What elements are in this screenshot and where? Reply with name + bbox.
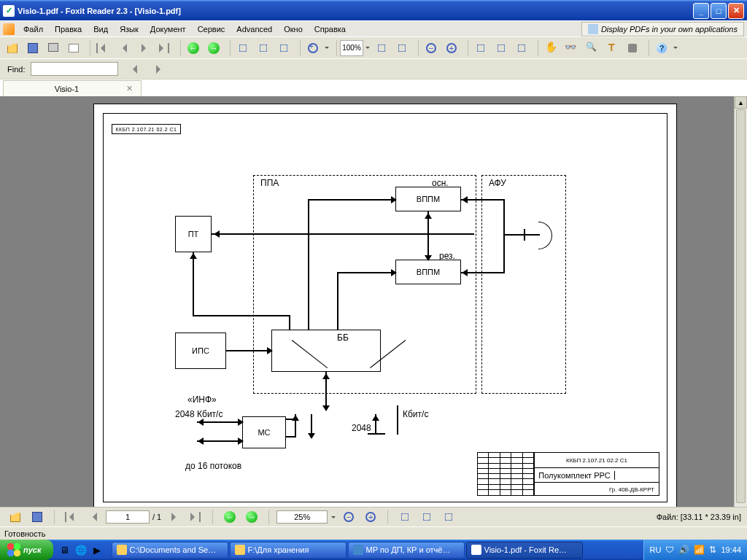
layout3-button[interactable] — [274, 39, 293, 58]
nav-open-button[interactable] — [6, 508, 25, 526]
maximize-button[interactable]: □ — [711, 3, 727, 19]
ql-ie-icon[interactable]: 🌐 — [74, 542, 88, 558]
line — [289, 315, 290, 330]
help-button[interactable] — [652, 39, 671, 58]
line — [503, 199, 505, 273]
zoom-dd[interactable] — [330, 514, 336, 521]
title-block: ККБП 2.107.21 02.2 С1 Полукомплект РРС Г… — [534, 452, 659, 496]
find-next-button[interactable] — [149, 60, 168, 79]
zoom-out-circ-button[interactable] — [422, 39, 441, 58]
fit-page-button[interactable] — [392, 39, 411, 58]
vertical-scrollbar[interactable]: ▲ ▼ — [734, 96, 747, 526]
glasses-button[interactable] — [562, 39, 581, 58]
vppm1-box: ВППМ — [395, 187, 461, 211]
nav-next-button[interactable] — [164, 508, 183, 526]
scroll-up-button[interactable]: ▲ — [735, 96, 747, 109]
nav-view3-button[interactable] — [439, 508, 458, 526]
menu-edit[interactable]: Правка — [49, 23, 88, 35]
menu-window[interactable]: Окно — [278, 23, 309, 35]
nav-save-button[interactable] — [28, 508, 47, 526]
view2-button[interactable] — [492, 39, 511, 58]
layout1-button[interactable] — [233, 39, 252, 58]
zoom-in-dd[interactable] — [324, 44, 330, 51]
find-prev-button[interactable] — [124, 60, 143, 79]
save-button[interactable] — [23, 39, 42, 58]
open-button[interactable] — [3, 39, 22, 58]
tray-network-icon[interactable]: 📶 — [694, 545, 705, 555]
select-text-button[interactable] — [603, 39, 622, 58]
ql-player-icon[interactable]: ▶ — [90, 542, 104, 558]
tray-usb-icon[interactable]: ⇅ — [709, 545, 716, 555]
nav-view2-button[interactable] — [417, 508, 436, 526]
task-explorer2[interactable]: F:\Для хранения — [230, 542, 347, 559]
mail-button[interactable] — [64, 39, 83, 58]
layout2-button[interactable] — [254, 39, 273, 58]
nav-back-button[interactable] — [220, 508, 239, 526]
tray-volume-icon[interactable]: 🔊 — [678, 545, 689, 555]
language-indicator[interactable]: RU — [650, 545, 662, 554]
zoom-in-button[interactable] — [303, 39, 322, 58]
menu-file[interactable]: Файл — [18, 23, 49, 35]
help-dd[interactable] — [673, 44, 678, 51]
task-foxit[interactable]: Visio-1.pdf - Foxit Re… — [466, 542, 583, 559]
task-word[interactable]: МР по ДП, КР и отчё… — [348, 542, 465, 559]
back-button[interactable] — [184, 39, 203, 58]
forward-icon — [245, 510, 258, 524]
page-number-input[interactable] — [106, 510, 150, 524]
snapshot-button[interactable] — [623, 39, 642, 58]
page-viewport[interactable]: ККБП 2.107.21 02.2 С1 ППА АФУ ПТ осн. ВП… — [0, 96, 734, 526]
tray-shield-icon[interactable]: 🛡 — [665, 545, 674, 555]
view3-button[interactable] — [512, 39, 531, 58]
kbs-label: Кбит/с — [403, 409, 428, 419]
close-button[interactable]: ✕ — [728, 3, 744, 19]
document-tab[interactable]: Visio-1 ✕ — [3, 80, 142, 96]
nav-zoom-out-button[interactable] — [339, 508, 358, 526]
arrow-left-icon — [194, 438, 204, 445]
find-input[interactable] — [31, 62, 118, 76]
line — [308, 199, 309, 330]
windows-taskbar: пуск 🖥 🌐 ▶ C:\Documents and Se… F:\Для х… — [0, 540, 747, 560]
ad-banner[interactable]: Display PDFs in your own applications — [581, 22, 744, 36]
layout-icon — [257, 42, 270, 55]
ql-desktop-icon[interactable]: 🖥 — [58, 542, 72, 558]
inf-label: «ИНФ» — [187, 394, 217, 405]
nav-view1-button[interactable] — [395, 508, 414, 526]
nav-last-button[interactable] — [186, 508, 205, 526]
hand-tool-button[interactable] — [541, 39, 560, 58]
last-page-button[interactable] — [155, 39, 174, 58]
zoom-in-circ-button[interactable] — [442, 39, 461, 58]
nav-prev-button[interactable] — [84, 508, 103, 526]
menu-advanced[interactable]: Advanced — [231, 23, 278, 35]
clock[interactable]: 19:44 — [721, 545, 741, 554]
nav-first-button[interactable] — [62, 508, 81, 526]
print-button[interactable] — [44, 39, 63, 58]
minimize-button[interactable]: _ — [693, 3, 709, 19]
prev-page-button[interactable] — [114, 39, 133, 58]
tab-close-icon[interactable]: ✕ — [124, 84, 135, 93]
zoom-input[interactable] — [276, 510, 328, 524]
foxit-icon — [471, 545, 481, 555]
menu-help[interactable]: Справка — [309, 23, 352, 35]
start-button[interactable]: пуск — [0, 540, 53, 560]
main-toolbar: 100% — [0, 36, 747, 58]
zoom-100-dd[interactable] — [365, 44, 371, 51]
num2048-label: 2048 — [352, 423, 371, 433]
zoom-100-button[interactable]: 100% — [340, 40, 363, 56]
search-button[interactable] — [582, 39, 601, 58]
menu-view[interactable]: Вид — [88, 23, 114, 35]
stamp-code: ККБП 2.107.21 02.2 С1 — [535, 453, 659, 467]
menu-language[interactable]: Язык — [114, 23, 144, 35]
nav-zoom-in-button[interactable] — [361, 508, 380, 526]
nav-fwd-button[interactable] — [242, 508, 261, 526]
forward-button[interactable] — [204, 39, 223, 58]
task-label: Visio-1.pdf - Foxit Re… — [484, 545, 568, 554]
menu-service[interactable]: Сервис — [192, 23, 231, 35]
fit-width-button[interactable] — [372, 39, 391, 58]
menu-document[interactable]: Документ — [144, 23, 192, 35]
next-page-button[interactable] — [134, 39, 153, 58]
scroll-thumb[interactable] — [736, 109, 746, 503]
task-explorer1[interactable]: C:\Documents and Se… — [112, 542, 228, 559]
first-page-button[interactable] — [93, 39, 112, 58]
view1-button[interactable] — [471, 39, 490, 58]
ms-box: МС — [242, 416, 286, 448]
